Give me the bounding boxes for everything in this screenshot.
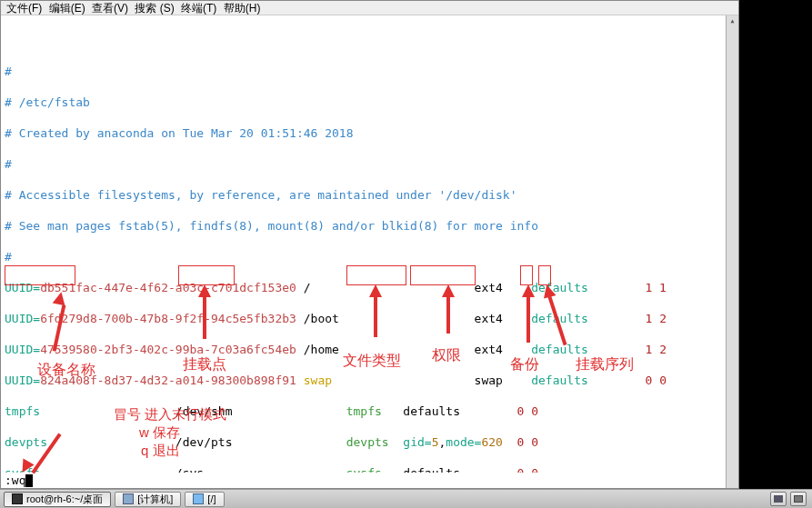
menubar: 文件(F) 编辑(E) 查看(V) 搜索 (S) 终端(T) 帮助(H) [1, 1, 738, 15]
vim-cmdline[interactable]: :wq [1, 473, 738, 488]
comment-line: # [5, 249, 735, 264]
blank-line [5, 33, 735, 48]
menu-terminal[interactable]: 终端(T) [181, 2, 216, 15]
fstab-row: UUID=db551fac-447e-4f62-a03c-c701dcf153e… [5, 280, 735, 295]
menu-file[interactable]: 文件(F) [6, 2, 42, 15]
comment-line: # /etc/fstab [5, 95, 735, 110]
right-black-panel [739, 0, 812, 489]
terminal-body[interactable]: # # /etc/fstab # Created by anaconda on … [1, 15, 738, 488]
fstab-row: UUID=824a408f-8d37-4d32-a014-98300b898f9… [5, 373, 735, 388]
system-tray [770, 492, 812, 506]
scrollbar[interactable] [726, 15, 738, 488]
cursor-icon [25, 474, 33, 487]
comment-line: # See man pages fstab(5), findfs(8), mou… [5, 218, 735, 234]
comment-line: # Accessible filesystems, by reference, … [5, 187, 735, 203]
fstab-row: UUID=47539580-2bf3-402c-99ba-7c03a6fc54e… [5, 342, 735, 357]
folder-icon [193, 493, 204, 504]
menu-search[interactable]: 搜索 (S) [135, 2, 174, 15]
menu-edit[interactable]: 编辑(E) [49, 2, 85, 15]
comment-line: # [5, 64, 735, 79]
tray-icon [794, 495, 803, 503]
taskbar-app-terminal[interactable]: root@rh-6:~/桌面 [4, 492, 111, 507]
menu-help[interactable]: 帮助(H) [224, 2, 261, 15]
taskbar: root@rh-6:~/桌面 [计算机] [/] [0, 489, 812, 508]
tray-button[interactable] [790, 492, 807, 506]
taskbar-app-computer[interactable]: [计算机] [115, 492, 181, 507]
fstab-row: UUID=6fd279d8-700b-47b8-9f2f-94c5e5fb32b… [5, 311, 735, 326]
tray-button[interactable] [770, 492, 787, 506]
taskbar-app-files[interactable]: [/] [185, 492, 224, 507]
fstab-row: devpts /dev/pts devpts gid=5,mode=620 0 … [5, 434, 735, 450]
comment-line: # [5, 156, 735, 172]
tray-icon [774, 495, 783, 503]
terminal-icon [12, 493, 23, 504]
terminal-window: 文件(F) 编辑(E) 查看(V) 搜索 (S) 终端(T) 帮助(H) # #… [0, 0, 739, 489]
computer-icon [123, 493, 134, 504]
comment-line: # Created by anaconda on Tue Mar 20 01:5… [5, 125, 735, 141]
menu-view[interactable]: 查看(V) [92, 2, 128, 15]
fstab-row: tmpfs /dev/shm tmpfs defaults 0 0 [5, 403, 735, 419]
